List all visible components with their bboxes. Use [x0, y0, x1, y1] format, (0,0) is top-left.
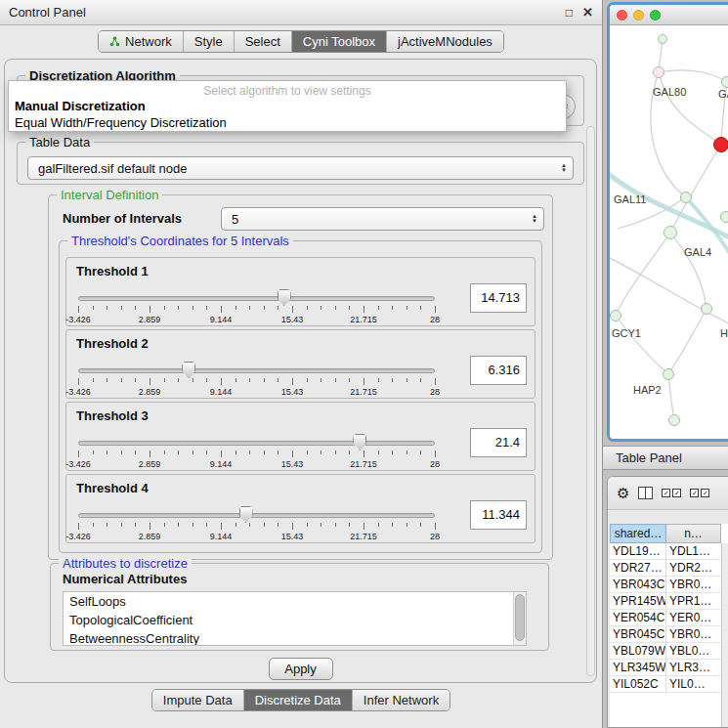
tick-mark	[150, 450, 150, 457]
tab-discretize-data[interactable]: Discretize Data	[243, 690, 352, 710]
table-cell[interactable]: YBR0…	[666, 626, 721, 642]
table-cell[interactable]: YBR0…	[666, 577, 721, 592]
table-cell[interactable]: YLR345W	[610, 660, 666, 675]
tab-network[interactable]: Network	[99, 31, 183, 52]
table-cell[interactable]: YBL0…	[666, 643, 721, 659]
checkbox-icon: ✓	[672, 489, 681, 497]
table-cell[interactable]: YDR2…	[666, 560, 721, 576]
number-of-intervals-combobox[interactable]: 5 ▲ ▼	[221, 207, 544, 231]
numerical-attributes-list[interactable]: SelfLoopsTopologicalCoefficientBetweenne…	[63, 591, 527, 646]
algorithm-option-manual-discretization[interactable]: Manual Discretization	[9, 98, 566, 114]
table-cell[interactable]: YPR145W	[610, 593, 666, 609]
threshold-value-field[interactable]: 14.713	[470, 283, 527, 313]
slider-thumb[interactable]	[278, 289, 291, 306]
table-row[interactable]: YBL079WYBL0…	[610, 643, 721, 660]
scale-label: 21.715	[350, 532, 377, 541]
threshold-slider[interactable]: -3.4262.8599.14415.4321.71528	[78, 360, 435, 397]
tab-impute-data[interactable]: Impute Data	[152, 690, 243, 710]
table-cell[interactable]: YER054C	[610, 610, 666, 625]
network-node[interactable]	[658, 34, 667, 44]
top-tabbar: NetworkStyleSelectCyni ToolboxjActiveMNo…	[0, 25, 602, 57]
table-row[interactable]: YIL052CYIL0…	[610, 676, 721, 693]
columns-icon[interactable]	[638, 487, 653, 499]
tab-style[interactable]: Style	[183, 31, 234, 52]
tick-mark	[264, 450, 265, 454]
network-canvas[interactable]: GAL80GAGAL11GAL4GCY1HHAP2	[610, 25, 728, 439]
table-cell[interactable]: YBR043C	[610, 577, 666, 592]
tab-cyni-toolbox[interactable]: Cyni Toolbox	[291, 31, 386, 52]
attribute-item[interactable]: BetweennessCentrality	[64, 629, 526, 646]
panel-scrollbar[interactable]	[586, 126, 595, 676]
table-cell[interactable]: YDR27…	[610, 560, 666, 576]
network-node[interactable]	[664, 226, 677, 239]
network-node[interactable]	[610, 310, 621, 321]
checkbox-pair-icon[interactable]: ✓ ✓	[690, 489, 709, 497]
gear-icon[interactable]: ⚙	[617, 486, 629, 500]
table-row[interactable]: YDR27…YDR2…	[610, 560, 721, 577]
tick-mark	[135, 378, 136, 382]
table-scrollbar[interactable]	[721, 543, 728, 727]
network-node[interactable]	[701, 303, 712, 315]
threshold-slider[interactable]: -3.4262.8599.14415.4321.71528	[78, 287, 435, 324]
threshold-slider[interactable]: -3.4262.8599.14415.4321.71528	[78, 432, 435, 469]
network-node[interactable]	[668, 414, 680, 426]
table-cell[interactable]: YER0…	[666, 610, 721, 625]
zoom-traffic-light[interactable]	[650, 10, 661, 21]
network-node[interactable]	[653, 66, 664, 78]
table-data-combobox[interactable]: galFiltered.sif default node ▲ ▼	[27, 156, 574, 180]
tick-mark	[321, 450, 321, 454]
algorithm-option-equal-width-frequency-discretization[interactable]: Equal Width/Frequency Discretization	[9, 114, 566, 131]
minimize-traffic-light[interactable]	[633, 10, 644, 21]
table-row[interactable]: YBR043CYBR0…	[610, 577, 721, 593]
threshold-value-field[interactable]: 11.344	[470, 500, 527, 530]
close-traffic-light[interactable]	[617, 10, 627, 21]
close-icon[interactable]: ✕	[582, 5, 593, 20]
threshold-slider[interactable]: -3.4262.8599.14415.4321.71528	[78, 504, 435, 541]
tick-mark	[407, 306, 407, 310]
table-row[interactable]: YBR045CYBR0…	[610, 626, 721, 643]
table-cell[interactable]: YDL1…	[666, 543, 721, 559]
table-cell[interactable]: YPR1…	[666, 593, 721, 609]
apply-button[interactable]: Apply	[269, 658, 333, 680]
attribute-item[interactable]: SelfLoops	[64, 592, 526, 611]
slider-track	[78, 368, 435, 373]
float-window-icon[interactable]: □	[566, 6, 573, 20]
tab-label: jActiveMNodules	[398, 34, 492, 49]
table-row[interactable]: YLR345WYLR3…	[610, 660, 721, 676]
threshold-box: Threshold 4-3.4262.8599.14415.4321.71528…	[65, 474, 535, 543]
tab-infer-network[interactable]: Infer Network	[352, 690, 450, 710]
table-cell[interactable]: YBL079W	[610, 643, 666, 659]
slider-thumb[interactable]	[182, 362, 195, 378]
network-icon	[109, 36, 120, 47]
network-node[interactable]	[713, 137, 728, 152]
tab-jactivemnodules[interactable]: jActiveMNodules	[386, 31, 503, 52]
threshold-label: Threshold 2	[76, 336, 149, 351]
scale-label: 28	[430, 387, 440, 397]
column-header[interactable]: shared…	[610, 524, 666, 543]
scrollbar-thumb[interactable]	[515, 594, 525, 641]
network-node[interactable]	[720, 211, 728, 223]
list-scrollbar[interactable]	[513, 592, 526, 645]
tab-select[interactable]: Select	[234, 31, 291, 52]
table-row[interactable]: YDL19…YDL1…	[610, 543, 721, 560]
column-header[interactable]: n…	[666, 524, 721, 543]
tick-mark	[349, 523, 350, 527]
network-node[interactable]	[680, 192, 692, 203]
attribute-item[interactable]: TopologicalCoefficient	[64, 611, 526, 629]
table-row[interactable]: YPR145WYPR1…	[610, 593, 721, 610]
checkbox-pair-icon[interactable]: ✓ ✓	[662, 489, 681, 497]
table-cell[interactable]: YIL0…	[666, 676, 721, 692]
slider-thumb[interactable]	[353, 434, 366, 450]
tick-mark	[135, 306, 136, 310]
table-cell[interactable]: YLR3…	[666, 660, 721, 675]
table-cell[interactable]: YDL19…	[610, 543, 666, 559]
threshold-value-field[interactable]: 21.4	[470, 428, 527, 457]
table-row[interactable]: YER054CYER0…	[610, 610, 721, 626]
network-node[interactable]	[721, 76, 728, 88]
table-cell[interactable]: YIL052C	[610, 676, 666, 692]
slider-thumb[interactable]	[239, 506, 253, 523]
stepper-icon: ▲ ▼	[561, 163, 573, 173]
network-node[interactable]	[663, 368, 674, 380]
table-cell[interactable]: YBR045C	[610, 626, 666, 642]
threshold-value-field[interactable]: 6.316	[470, 356, 527, 385]
